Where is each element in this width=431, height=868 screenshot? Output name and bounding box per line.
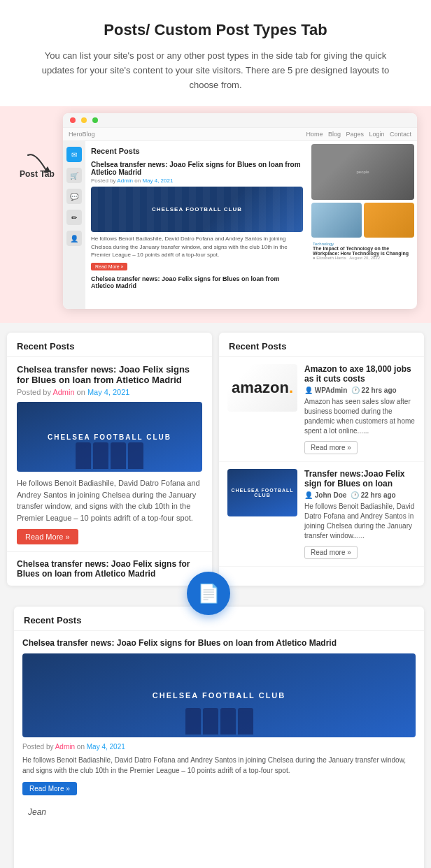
widget-layout2: Recent Posts amazon. Amazon to axe 18,00… — [219, 333, 424, 586]
widget2-title: Recent Posts — [229, 341, 286, 352]
thumb-content-transfer: Transfer news:Joao Felix sign for Blues … — [304, 469, 416, 559]
thumb-img-amazon: amazon. — [227, 364, 297, 412]
transfer-title: Transfer news:Joao Felix sign for Blues … — [304, 469, 416, 489]
preview-post-item: Chelsea transfer news: Joao Felix signs … — [91, 161, 303, 271]
post-list-item-1: Chelsea transfer news: Joao Felix signs … — [7, 551, 212, 586]
featured-post-1-desc: He follows Benoit Badiashile, David Datr… — [17, 477, 202, 523]
layout5-read-more[interactable]: Read More » — [22, 782, 77, 795]
widgets-row-1: Recent Posts Chelsea transfer news: Joao… — [7, 333, 424, 586]
transfer-time: 22 hrs ago — [361, 491, 396, 499]
browser-bar — [63, 113, 417, 128]
chelsea-img-text: CHELSEA FOOTBALL CLUB — [48, 433, 171, 441]
preview-post-meta: Posted by Admin on May 4, 2021 — [91, 178, 303, 184]
transfer-read-more[interactable]: Read more » — [304, 546, 358, 559]
jean-label-container: Jean — [14, 802, 424, 822]
maximize-dot — [92, 117, 98, 123]
featured-post-1-title: Chelsea transfer news: Joao Felix signs … — [17, 364, 202, 385]
preview-post-title: Chelsea transfer news: Joao Felix signs … — [91, 161, 303, 176]
page-title: Posts/ Custom Post Types Tab — [28, 21, 403, 39]
thumb-item-amazon: amazon. Amazon to axe 18,000 jobs as it … — [219, 357, 424, 462]
sidebar-icon-cart: 🛒 — [66, 168, 82, 183]
right-grid: people Technology The Impact of Technolo… — [309, 141, 417, 309]
preview-area: Post Tab HeroBlog Home Blog Pages Login … — [0, 106, 431, 323]
fab-button[interactable]: 📄 — [187, 572, 230, 615]
transfer-author: John Doe — [315, 491, 347, 499]
widget-layout5: Recent Posts Chelsea transfer news: Joao… — [14, 607, 424, 868]
arrow-icon — [21, 148, 56, 183]
amazon-logo: amazon. — [232, 379, 293, 397]
sidebar-icon-user: 👤 — [66, 231, 82, 246]
chelsea-large-img: CHELSEA FOOTBALL CLUB — [22, 653, 416, 737]
widget-layout1: Recent Posts Chelsea transfer news: Joao… — [7, 333, 212, 586]
sidebar-icon-chat: 💬 — [66, 189, 82, 204]
layout5-post: Chelsea transfer news: Joao Felix signs … — [14, 631, 424, 802]
shirt-3 — [111, 442, 126, 469]
shirt-row — [17, 442, 202, 469]
widgets-row-2: Recent Posts amazon. Amazon to axe 18,00… — [7, 607, 424, 868]
amazon-desc: Amazon has seen sales slow after busines… — [304, 397, 416, 436]
featured-post-1: Chelsea transfer news: Joao Felix signs … — [7, 357, 212, 551]
amazon-author: WPAdmin — [315, 386, 347, 394]
shirt-2 — [93, 442, 108, 469]
preview-chelsea-img: CHELSEA FOOTBALL CLUB — [91, 187, 303, 232]
minimize-dot — [81, 117, 87, 123]
grid-meta: ● Elizabeth Harris August 20, 2022 — [313, 256, 413, 260]
browser-mockup: HeroBlog Home Blog Pages Login Contact ✉… — [63, 113, 417, 309]
thumb-content-amazon: Amazon to axe 18,000 jobs as it cuts cos… — [304, 364, 416, 454]
layout5-admin: Admin — [55, 743, 75, 751]
amazon-time: 22 hrs ago — [362, 386, 397, 394]
grid-street-img — [311, 203, 362, 238]
shirt-l2 — [203, 708, 218, 735]
shirt-l3 — [220, 708, 236, 735]
transfer-meta: 👤 John Doe 🕐 22 hrs ago — [304, 491, 416, 499]
widget2-header: Recent Posts — [219, 333, 424, 357]
browser-menu: Home Blog Pages Login Contact — [306, 131, 411, 138]
widget1-title: Recent Posts — [17, 341, 74, 352]
amazon-read-more[interactable]: Read more » — [304, 441, 358, 454]
sidebar-icons: ✉ 🛒 💬 ✏ 👤 — [63, 141, 85, 309]
sidebar-icon-edit: ✏ — [66, 210, 82, 225]
widgets-area: Recent Posts Chelsea transfer news: Joao… — [0, 323, 431, 868]
header-section: Posts/ Custom Post Types Tab You can lis… — [0, 0, 431, 106]
thumb-img-chelsea: CHELSEA FOOTBALL CLUB — [227, 469, 297, 516]
close-dot — [70, 117, 76, 123]
chelsea-large-text: CHELSEA FOOTBALL CLUB — [153, 691, 286, 700]
amazon-title: Amazon to axe 18,000 jobs as it cuts cos… — [304, 364, 416, 384]
transfer-desc: He follows Benoit Badiashile, David Datr… — [304, 502, 416, 541]
read-more-btn-1[interactable]: Read More » — [17, 529, 78, 544]
amazon-meta: 👤 WPAdmin 🕐 22 hrs ago — [304, 386, 416, 394]
shirt-l4 — [238, 708, 253, 735]
layout5-desc: He follows Benoit Badiashile, David Datr… — [22, 755, 416, 776]
shirt-1 — [76, 442, 91, 469]
layout5-title: Chelsea transfer news: Joao Felix signs … — [22, 638, 416, 648]
shirt-row-large — [22, 708, 416, 735]
main-content-preview: Recent Posts Chelsea transfer news: Joao… — [85, 141, 309, 309]
chelsea-thumb-text: CHELSEA FOOTBALL CLUB — [227, 488, 297, 498]
sidebar-icon-mail: ✉ — [66, 147, 82, 162]
layout5-meta: Posted by Admin on May 4, 2021 — [22, 743, 416, 751]
preview-widget-title: Recent Posts — [91, 147, 303, 155]
preview-post-desc: He follows Benoit Badiashile, David Datr… — [91, 235, 303, 259]
post-list-title-1: Chelsea transfer news: Joao Felix signs … — [17, 559, 202, 579]
browser-brand: HeroBlog — [69, 131, 95, 138]
browser-content: ✉ 🛒 💬 ✏ 👤 Recent Posts Chelsea transfer … — [63, 141, 417, 309]
grid-car-img — [364, 203, 414, 238]
thumb-item-transfer: CHELSEA FOOTBALL CLUB Transfer news:Joao… — [219, 462, 424, 567]
browser-nav: HeroBlog Home Blog Pages Login Contact — [63, 128, 417, 141]
preview-read-more[interactable]: Read More » — [91, 263, 127, 270]
widget1-header: Recent Posts — [7, 333, 212, 357]
featured-post-1-meta: Posted by Admin on May 4, 2021 — [17, 388, 202, 396]
grid-caption: Technology The Impact of Technology on t… — [311, 240, 414, 261]
shirt-l1 — [185, 708, 201, 735]
layout5-date: May 4, 2021 — [87, 743, 125, 751]
grid-people-img: people — [311, 144, 414, 200]
jean-label: Jean — [21, 804, 53, 820]
shirt-4 — [128, 442, 143, 469]
page-description: You can list your site's post or any oth… — [28, 49, 403, 92]
fab-icon: 📄 — [197, 583, 220, 605]
chelsea-img-1: CHELSEA FOOTBALL CLUB — [17, 402, 202, 472]
widget4-title: Recent Posts — [24, 615, 81, 625]
preview-post2-title: Chelsea transfer news: Joao Felix signs … — [91, 275, 303, 289]
